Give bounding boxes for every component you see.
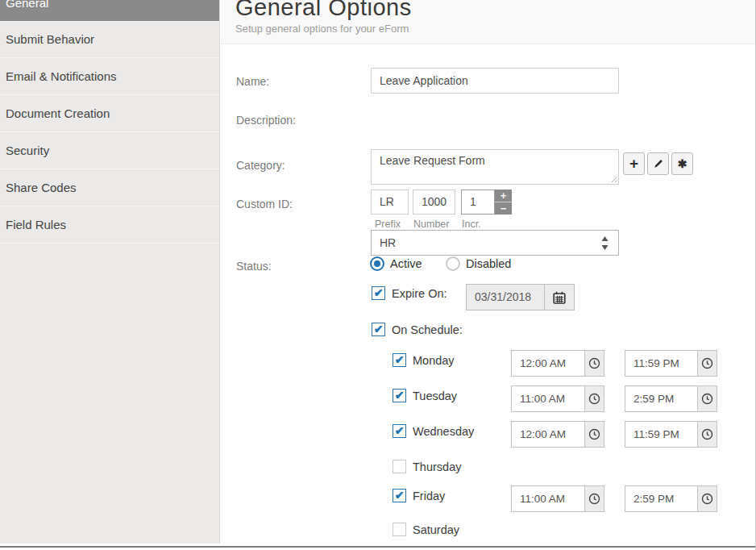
expire-on-checkbox[interactable]: ✔ xyxy=(372,286,385,300)
page-title: General Options xyxy=(235,0,755,20)
sidebar-item-label: Share Codes xyxy=(6,169,219,206)
schedule-row-tuesday: ✔ Tuesday 11:00 AM 2:59 PM xyxy=(393,385,731,412)
sidebar-item-label: Submit Behavior xyxy=(6,21,219,57)
eform-options-window: General Submit Behavior Email & Notifica… xyxy=(0,0,756,550)
sidebar-item-security[interactable]: Security xyxy=(0,132,219,169)
tuesday-checkbox[interactable]: ✔ xyxy=(393,389,406,402)
sidebar-item-label: Field Rules xyxy=(6,206,219,243)
asterisk-icon: ✱ xyxy=(678,158,687,169)
schedule-row-friday: ✔ Friday 11:00 AM 2:59 PM xyxy=(393,485,731,512)
sidebar-item-email-notifications[interactable]: Email & Notifications xyxy=(0,58,219,95)
friday-checkbox[interactable]: ✔ xyxy=(393,489,406,502)
status-label: Status: xyxy=(236,260,272,273)
wednesday-end-time-input[interactable]: 11:59 PM xyxy=(625,421,717,448)
time-value: 11:00 AM xyxy=(512,386,584,411)
monday-start-time-input[interactable]: 12:00 AM xyxy=(511,350,604,377)
check-icon: ✔ xyxy=(395,354,405,365)
wednesday-label: Wednesday xyxy=(413,425,474,438)
edit-category-button[interactable] xyxy=(647,152,669,175)
add-category-button[interactable]: + xyxy=(623,152,645,175)
name-label: Name: xyxy=(236,75,269,88)
check-icon: ✔ xyxy=(395,425,405,436)
wednesday-start-time-input[interactable]: 12:00 AM xyxy=(511,421,604,448)
friday-label: Friday xyxy=(413,490,445,502)
schedule-row-monday: ✔ Monday 12:00 AM 11:59 PM xyxy=(393,350,731,377)
page-header: General Options Setup general options fo… xyxy=(221,0,755,44)
clock-button[interactable] xyxy=(697,422,717,447)
description-input[interactable]: Leave Request Form xyxy=(371,149,619,185)
expire-date-value: 03/31/2018 xyxy=(467,285,544,310)
stepper-plus-icon[interactable]: + xyxy=(495,190,512,202)
sidebar-item-document-creation[interactable]: Document Creation xyxy=(0,95,219,132)
custom-id-number-input[interactable]: 1000 xyxy=(413,190,455,215)
clock-icon xyxy=(588,357,600,369)
time-value: 11:59 PM xyxy=(625,422,697,447)
calendar-icon xyxy=(553,291,566,304)
delete-category-button[interactable]: ✱ xyxy=(671,152,693,175)
radio-dot xyxy=(374,260,380,267)
wednesday-checkbox[interactable]: ✔ xyxy=(393,424,406,438)
expire-date-input[interactable]: 03/31/2018 xyxy=(466,284,575,310)
page-subtitle: Setup general options for your eForm xyxy=(235,23,755,35)
friday-start-time-input[interactable]: 11:00 AM xyxy=(511,485,604,512)
monday-end-time-input[interactable]: 11:59 PM xyxy=(625,350,717,377)
pencil-icon xyxy=(653,158,664,169)
sidebar-item-field-rules[interactable]: Field Rules xyxy=(0,206,219,244)
stepper-minus-icon[interactable]: − xyxy=(495,202,512,215)
sidebar: General Submit Behavior Email & Notifica… xyxy=(0,0,220,544)
calendar-button[interactable] xyxy=(544,285,574,310)
clock-icon xyxy=(588,428,600,440)
incr-stepper[interactable]: + − xyxy=(495,190,512,215)
clock-icon xyxy=(588,493,600,505)
main-panel: General Options Setup general options fo… xyxy=(221,0,755,550)
resize-handle[interactable] xyxy=(609,175,617,182)
clock-button[interactable] xyxy=(697,386,717,411)
clock-button[interactable] xyxy=(584,351,604,376)
monday-checkbox[interactable]: ✔ xyxy=(393,353,406,367)
expire-on-label: Expire On: xyxy=(392,287,447,300)
thursday-checkbox[interactable]: ✔ xyxy=(393,460,406,473)
thursday-label: Thursday xyxy=(413,460,461,473)
tuesday-end-time-input[interactable]: 2:59 PM xyxy=(625,385,717,412)
clock-icon xyxy=(588,393,600,405)
clock-button[interactable] xyxy=(697,486,717,511)
status-disabled-radio[interactable] xyxy=(446,256,460,271)
category-select[interactable]: HR xyxy=(371,230,619,256)
time-value: 12:00 AM xyxy=(512,351,584,376)
bottom-border xyxy=(0,546,755,548)
time-value: 2:59 PM xyxy=(625,486,697,511)
friday-end-time-input[interactable]: 2:59 PM xyxy=(625,485,717,512)
monday-label: Monday xyxy=(413,354,455,367)
status-active-radio[interactable] xyxy=(370,256,384,271)
check-icon: ✔ xyxy=(395,390,405,401)
category-label: Category: xyxy=(236,159,285,172)
on-schedule-label: On Schedule: xyxy=(392,323,463,336)
status-active-label: Active xyxy=(390,257,422,270)
custom-id-incr-input[interactable]: 1 xyxy=(461,190,495,215)
name-input[interactable]: Leave Application xyxy=(371,68,619,94)
status-disabled-label: Disabled xyxy=(466,257,511,270)
sidebar-item-general[interactable]: General xyxy=(0,0,219,21)
chevron-up-down-icon xyxy=(601,236,609,250)
saturday-checkbox[interactable]: ✔ xyxy=(393,523,406,536)
description-label: Description: xyxy=(236,114,296,127)
sidebar-item-share-codes[interactable]: Share Codes xyxy=(0,169,219,206)
sidebar-item-label: Document Creation xyxy=(6,95,219,131)
tuesday-start-time-input[interactable]: 11:00 AM xyxy=(511,385,604,412)
clock-button[interactable] xyxy=(697,351,717,376)
clock-button[interactable] xyxy=(584,486,604,511)
clock-icon xyxy=(701,393,713,405)
tuesday-label: Tuesday xyxy=(413,390,457,402)
sidebar-item-label: Email & Notifications xyxy=(6,58,219,94)
clock-icon xyxy=(701,493,713,505)
clock-button[interactable] xyxy=(584,386,604,411)
check-icon: ✔ xyxy=(374,323,384,335)
custom-id-prefix-input[interactable]: LR xyxy=(371,190,409,215)
saturday-label: Saturday xyxy=(413,523,459,536)
clock-button[interactable] xyxy=(584,422,604,447)
sidebar-item-submit-behavior[interactable]: Submit Behavior xyxy=(0,21,219,58)
time-value: 2:59 PM xyxy=(625,386,697,411)
schedule-row-wednesday: ✔ Wednesday 12:00 AM 11:59 PM xyxy=(393,421,731,448)
on-schedule-checkbox[interactable]: ✔ xyxy=(372,323,385,336)
schedule-row-thursday: ✔ Thursday xyxy=(393,456,731,483)
